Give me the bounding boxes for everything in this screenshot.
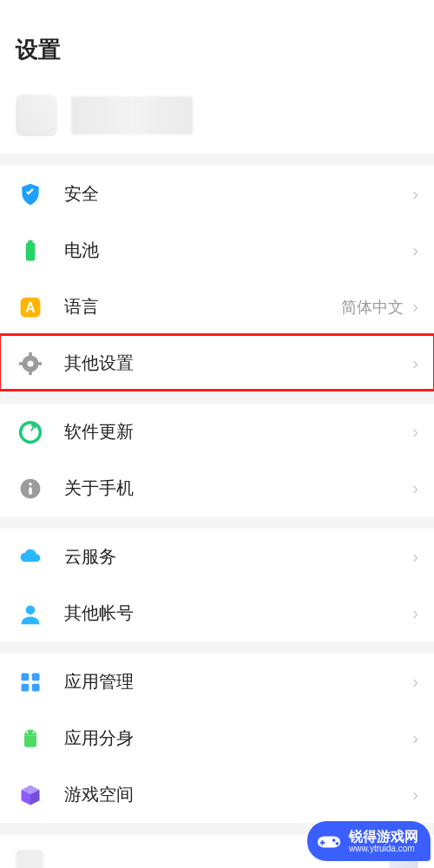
- settings-row-other[interactable]: 其他设置›: [0, 335, 434, 391]
- chevron-right-icon: ›: [412, 478, 418, 498]
- svg-rect-1: [28, 240, 32, 243]
- info-icon: [16, 474, 45, 503]
- chevron-right-icon: ›: [412, 297, 418, 317]
- settings-group: 软件更新›关于手机›: [0, 404, 434, 516]
- settings-row-security[interactable]: 安全›: [0, 166, 434, 222]
- svg-point-12: [29, 483, 32, 486]
- settings-row-language[interactable]: A语言简体中文›: [0, 279, 434, 335]
- row-label: 其他设置: [64, 352, 412, 375]
- watermark: 锐得游戏网 www.ytruida.com: [307, 821, 431, 861]
- gamepad-icon: [316, 828, 342, 854]
- watermark-url: www.ytruida.com: [349, 844, 418, 854]
- row-label: 电池: [64, 239, 412, 262]
- row-label: 应用管理: [64, 670, 412, 694]
- cloud-icon: [16, 542, 45, 572]
- svg-point-20: [32, 731, 34, 733]
- svg-point-19: [26, 731, 28, 733]
- svg-rect-26: [320, 842, 326, 844]
- svg-rect-13: [29, 487, 32, 495]
- row-label: 应用分身: [64, 727, 412, 750]
- svg-rect-15: [22, 673, 30, 681]
- svg-point-5: [28, 360, 34, 366]
- svg-point-10: [21, 422, 41, 442]
- settings-row-update[interactable]: 软件更新›: [0, 404, 434, 460]
- status-bar: [0, 0, 434, 26]
- cube-icon: [16, 780, 45, 810]
- android-icon: [16, 724, 45, 753]
- svg-rect-9: [37, 362, 42, 365]
- svg-text:A: A: [25, 300, 35, 315]
- letter-a-icon: A: [16, 293, 45, 322]
- gear-icon: [16, 349, 45, 378]
- grid-icon: [16, 667, 45, 697]
- svg-point-24: [336, 842, 339, 845]
- svg-rect-17: [22, 683, 30, 691]
- chevron-right-icon: ›: [412, 728, 418, 748]
- svg-rect-6: [29, 352, 32, 356]
- shield-check-icon: [16, 180, 45, 209]
- row-label: 其他帐号: [64, 602, 412, 625]
- chevron-right-icon: ›: [412, 184, 418, 204]
- row-label: 游戏空间: [64, 783, 412, 806]
- svg-rect-7: [29, 370, 32, 374]
- settings-row-battery[interactable]: 电池›: [0, 222, 434, 279]
- settings-row-about[interactable]: 关于手机›: [0, 460, 434, 516]
- watermark-title: 锐得游戏网: [349, 830, 418, 844]
- chevron-right-icon: ›: [412, 353, 418, 373]
- settings-group: 应用管理›应用分身›游戏空间›: [0, 654, 434, 823]
- chevron-right-icon: ›: [412, 785, 418, 805]
- svg-point-14: [26, 605, 36, 615]
- settings-row-apps[interactable]: 应用管理›: [0, 654, 434, 710]
- settings-row-cloud[interactable]: 云服务›: [0, 529, 434, 585]
- row-label: 云服务: [64, 545, 412, 569]
- page-title: 设置: [16, 35, 418, 65]
- redacted-icon: [16, 850, 43, 869]
- chevron-right-icon: ›: [412, 422, 418, 442]
- svg-rect-0: [26, 242, 36, 260]
- settings-group: 安全›电池›A语言简体中文›其他设置›: [0, 166, 434, 391]
- settings-group: 云服务›其他帐号›: [0, 529, 434, 641]
- person-icon: [16, 599, 45, 628]
- svg-rect-16: [32, 673, 40, 681]
- account-row[interactable]: [0, 77, 434, 154]
- chevron-right-icon: ›: [412, 240, 418, 260]
- redacted-account-text: [71, 96, 193, 135]
- row-label: 关于手机: [64, 477, 412, 500]
- svg-rect-18: [32, 683, 40, 691]
- svg-point-23: [332, 838, 336, 842]
- settings-row-account[interactable]: 其他帐号›: [0, 585, 434, 641]
- chevron-right-icon: ›: [412, 603, 418, 623]
- row-value: 简体中文: [341, 297, 404, 318]
- row-label: 语言: [64, 295, 341, 319]
- settings-row-game[interactable]: 游戏空间›: [0, 766, 434, 823]
- page-header: 设置: [0, 26, 434, 77]
- row-label: 软件更新: [64, 420, 412, 444]
- update-icon: [16, 418, 45, 447]
- chevron-right-icon: ›: [412, 547, 418, 567]
- battery-icon: [16, 236, 45, 266]
- chevron-right-icon: ›: [412, 672, 418, 692]
- settings-row-clone[interactable]: 应用分身›: [0, 710, 434, 766]
- svg-rect-8: [19, 362, 23, 365]
- row-label: 安全: [64, 182, 412, 206]
- avatar: [16, 95, 57, 136]
- account-section: [0, 77, 434, 154]
